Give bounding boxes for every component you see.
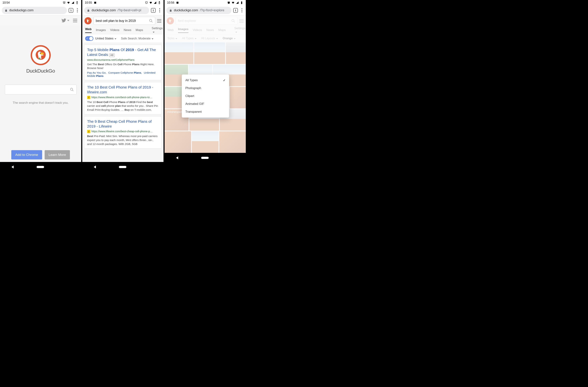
chrome-toolbar: duckduckgo.com 1 (0, 5, 81, 15)
search-tabs: Web Images Videos News Maps Settings (82, 26, 164, 34)
result-card[interactable]: The 10 Best Cell Phone Plans of 2019 - l… (84, 82, 162, 115)
filter-color[interactable]: Orange (223, 37, 235, 40)
url-bar[interactable]: duckduckgo.com/?q=best+cell+pl (84, 7, 149, 14)
svg-point-11 (170, 20, 171, 20)
popup-item-all-types[interactable]: All Types✓ (182, 76, 229, 84)
search-box[interactable] (93, 17, 155, 25)
safesearch-dropdown[interactable]: Safe Search: Moderate (121, 37, 153, 40)
result-card[interactable]: Top 5 Mobile Plans Of 2019 - Get All The… (84, 45, 162, 80)
nav-home[interactable] (201, 157, 209, 159)
tabs-button[interactable]: 1 (151, 8, 156, 13)
popup-item-photograph[interactable]: Photograph (182, 84, 229, 92)
search-box[interactable] (176, 17, 237, 25)
status-bar: 10:54 (0, 0, 81, 5)
search-box[interactable] (5, 84, 77, 95)
url-domain: duckduckgo.com (9, 8, 34, 12)
search-input[interactable] (7, 88, 70, 92)
url-bar[interactable]: duckduckgo.com (2, 7, 67, 14)
popup-item-animated-gif[interactable]: Animated GIF (182, 100, 229, 108)
tab-news[interactable]: News (206, 28, 214, 32)
tabs-button[interactable]: 1 (233, 8, 238, 13)
types-popup: All Types✓ Photograph Clipart Animated G… (182, 75, 229, 118)
tab-videos[interactable]: Videos (110, 28, 119, 32)
phone-1: 10:54 duckduckgo.com 1 (0, 0, 81, 172)
filter-sizes[interactable]: Sizes (168, 37, 177, 40)
phone-2: 10:55 duckduckgo.com/?q=best+cell+pl 1 (82, 0, 164, 172)
region-toggle[interactable]: ✓ (85, 36, 93, 41)
menu-button[interactable] (240, 8, 244, 12)
chrome-toolbar: duckduckgo.com/?q=best+cell+pl 1 (82, 5, 164, 15)
result-url: lhttps://www.lifewire.com/best-cheap-cel… (87, 130, 159, 133)
signal-icon (153, 1, 157, 4)
search-tabs: Web Images Videos News Maps Settings (165, 26, 246, 34)
ddg-logo-small[interactable] (84, 17, 92, 24)
hamburger-menu[interactable] (239, 19, 244, 22)
image-result[interactable] (165, 131, 191, 153)
popup-item-clipart[interactable]: Clipart (182, 92, 229, 100)
nav-back[interactable] (176, 156, 178, 159)
tab-news[interactable]: News (124, 28, 131, 32)
result-title[interactable]: The 10 Best Cell Phone Plans of 2019 - l… (87, 85, 153, 94)
tab-videos[interactable]: Videos (193, 28, 202, 32)
duck-icon (35, 49, 46, 61)
alarm-icon (145, 1, 148, 4)
hamburger-menu[interactable] (73, 19, 77, 22)
learn-more-button[interactable]: Learn More (45, 150, 70, 160)
result-snippet: The 10 Best Cell Phone Plans of 2019 Fin… (87, 100, 159, 112)
signal-icon (71, 1, 74, 4)
lock-icon (87, 9, 90, 12)
alarm-icon (227, 1, 230, 4)
nav-back[interactable] (11, 165, 14, 168)
tab-images[interactable]: Images (178, 27, 189, 33)
search-icon[interactable] (70, 88, 74, 92)
add-to-chrome-button[interactable]: Add to Chrome (11, 150, 42, 160)
android-navbar (165, 153, 246, 163)
hamburger-menu[interactable] (157, 19, 161, 22)
image-result[interactable] (165, 42, 193, 64)
result-sitelinks[interactable]: Pay As You Go, Compare Cellphone Plans, … (87, 71, 159, 78)
svg-line-13 (234, 21, 235, 22)
region-label[interactable]: United States (95, 37, 116, 40)
filter-types[interactable]: All Types (182, 37, 196, 40)
status-time: 10:56 (167, 1, 174, 4)
url-bar[interactable]: duckduckgo.com/?q=ford+explore (166, 7, 231, 14)
tab-maps[interactable]: Maps (218, 28, 226, 32)
tab-maps[interactable]: Maps (136, 28, 143, 32)
result-title[interactable]: The 9 Best Cheap Cell Phone Plans of 201… (87, 119, 152, 128)
result-title[interactable]: Top 5 Mobile Plans Of 2019 - Get All The… (87, 48, 156, 57)
svg-point-2 (40, 53, 41, 54)
ddg-logo-small[interactable] (167, 17, 174, 24)
tab-settings[interactable]: Settings (234, 26, 245, 34)
nav-home[interactable] (37, 166, 44, 168)
battery-icon (158, 1, 161, 4)
image-result[interactable] (219, 131, 246, 153)
tab-settings[interactable]: Settings (152, 26, 163, 34)
tabs-button[interactable]: 1 (69, 8, 73, 13)
nav-back[interactable] (94, 165, 96, 168)
image-result[interactable] (194, 42, 225, 64)
search-input[interactable] (96, 19, 147, 23)
filter-layouts[interactable]: All Layouts (201, 37, 218, 40)
tab-web[interactable]: Web (85, 27, 92, 33)
ad-badge: AD (109, 54, 115, 57)
image-result[interactable] (192, 131, 218, 153)
search-icon[interactable] (149, 19, 153, 23)
popup-item-transparent[interactable]: Transparent (182, 108, 229, 116)
result-card[interactable]: The 9 Best Cheap Cell Phone Plans of 201… (84, 116, 162, 149)
tab-web[interactable]: Web (168, 28, 174, 32)
image-result[interactable] (230, 87, 246, 108)
page-content: DuckDuckGo The search engine that doesn'… (0, 15, 81, 162)
twitter-icon (62, 19, 66, 22)
tab-images[interactable]: Images (96, 28, 106, 32)
svg-point-8 (149, 19, 152, 22)
image-result[interactable] (226, 42, 246, 64)
nav-home[interactable] (119, 166, 126, 168)
status-bar: 10:55 (82, 0, 164, 5)
brand-name: DuckDuckGo (26, 68, 55, 74)
search-input[interactable] (178, 19, 230, 23)
image-filters: Sizes All Types All Layouts Orange (165, 34, 246, 42)
menu-button[interactable] (157, 8, 162, 12)
twitter-link[interactable] (62, 19, 69, 22)
menu-button[interactable] (75, 8, 79, 12)
search-icon[interactable] (231, 19, 235, 23)
